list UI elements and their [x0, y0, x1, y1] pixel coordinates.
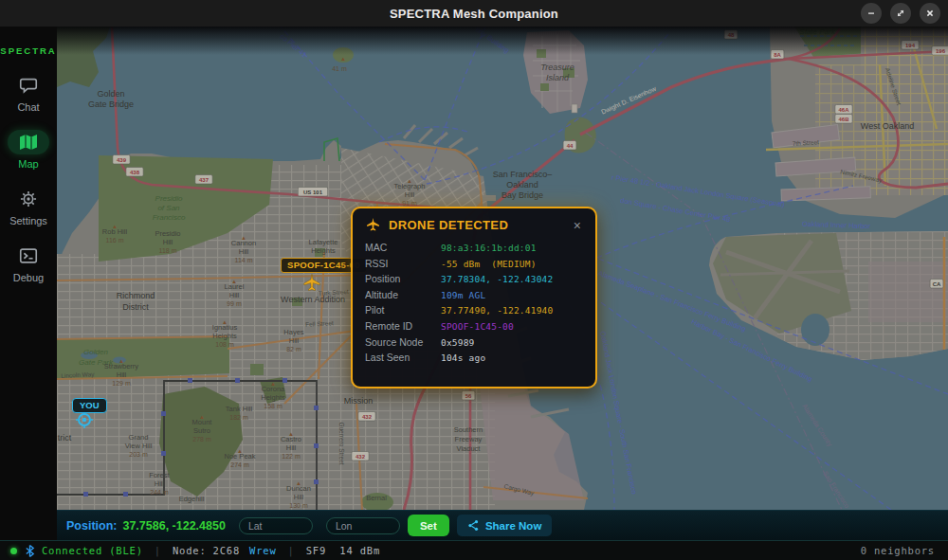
svg-text:Forest: Forest — [149, 471, 170, 479]
gear-icon — [18, 189, 39, 209]
popup-title: DRONE DETECTED — [389, 218, 564, 232]
svg-text:Oakland: Oakland — [506, 180, 538, 190]
radio-params: SF9 14 dBm — [306, 545, 380, 556]
svg-text:Presidio: Presidio — [155, 229, 180, 238]
svg-text:Bernal: Bernal — [366, 494, 387, 502]
svg-text:Hill: Hill — [405, 190, 415, 199]
svg-text:203 m: 203 m — [129, 451, 148, 458]
map-icon — [18, 133, 39, 152]
svg-text:82 m: 82 m — [286, 346, 301, 352]
svg-text:437: 437 — [199, 177, 210, 183]
svg-text:56: 56 — [465, 393, 472, 399]
svg-text:Hill: Hill — [163, 238, 173, 246]
svg-text:▲: ▲ — [118, 358, 124, 364]
svg-text:Golden: Golden — [83, 348, 108, 356]
share-now-label: Share Now — [485, 520, 541, 532]
svg-text:▲: ▲ — [340, 56, 346, 62]
svg-text:Richmond: Richmond — [117, 291, 155, 300]
svg-text:46B: 46B — [838, 117, 849, 122]
svg-text:▲: ▲ — [112, 224, 118, 229]
svg-text:Grand: Grand — [129, 433, 149, 442]
lon-input[interactable] — [326, 517, 400, 534]
popup-row-mac: MAC98:a3:16:1b:dd:01 — [365, 242, 583, 253]
popup-row-remote-id: Remote IDSPOOF-1C45-00 — [365, 320, 583, 332]
svg-text:Golden: Golden — [97, 89, 124, 99]
node-id: 2C68 — [213, 545, 241, 556]
svg-text:196: 196 — [936, 48, 946, 54]
popup-row-rssi: RSSI-55 dBm (MEDIUM) — [365, 258, 583, 269]
popup-close-icon[interactable]: × — [572, 219, 583, 232]
svg-text:Freeway: Freeway — [455, 435, 483, 443]
svg-text:Hill: Hill — [294, 493, 304, 501]
svg-text:Hayes: Hayes — [283, 328, 304, 336]
svg-text:Hill: Hill — [289, 336, 300, 345]
svg-text:122 m: 122 m — [282, 453, 301, 460]
svg-text:439: 439 — [117, 157, 127, 163]
svg-text:CA: CA — [933, 281, 941, 287]
sidebar-item-map[interactable]: Map — [8, 130, 49, 170]
set-button[interactable]: Set — [408, 515, 449, 536]
maximize-button[interactable] — [890, 3, 911, 24]
sidebar-item-label: Debug — [13, 272, 44, 283]
svg-text:Edgehill: Edgehill — [179, 495, 205, 503]
svg-text:Guerrero Street: Guerrero Street — [338, 422, 345, 464]
popup-row-altitude: Altitude109m AGL — [365, 289, 583, 300]
sidebar-item-label: Chat — [17, 101, 39, 113]
you-location-icon[interactable] — [75, 410, 94, 429]
separator: | — [288, 545, 295, 556]
bluetooth-icon — [25, 544, 35, 558]
title-bar[interactable]: SPECTRA Mesh Companion — [0, 0, 948, 27]
sidebar-item-label: Map — [18, 158, 38, 170]
position-bar: Position: 37.7586, -122.4850 Set Share N… — [57, 510, 948, 540]
svg-text:129 m: 129 m — [112, 380, 131, 387]
drone-plane-icon[interactable] — [301, 273, 322, 294]
svg-text:432: 432 — [356, 454, 366, 460]
position-label: Position: — [66, 519, 117, 533]
sidebar-item-debug[interactable]: Debug — [8, 244, 49, 283]
svg-text:Western Addition: Western Addition — [281, 295, 345, 304]
svg-text:Gate Bridge: Gate Bridge — [88, 99, 134, 109]
plane-icon — [365, 217, 381, 233]
svg-text:Hill: Hill — [117, 370, 127, 379]
svg-text:91 m: 91 m — [402, 200, 417, 207]
svg-text:8A: 8A — [774, 52, 781, 58]
share-now-button[interactable]: Share Now — [457, 515, 552, 536]
share-icon — [467, 519, 480, 532]
app-window: SPECTRA Mesh Companion — [0, 0, 948, 560]
svg-text:▲: ▲ — [407, 178, 412, 184]
sidebar-item-settings[interactable]: Settings — [8, 187, 49, 226]
connection-status-dot — [10, 548, 17, 554]
popup-row-source-node: Source Node0x5989 — [365, 336, 583, 348]
sidebar: SPECTRA Chat Map — [0, 27, 57, 540]
brand-logo: SPECTRA — [0, 45, 56, 56]
svg-text:432: 432 — [362, 414, 373, 420]
svg-text:Heights: Heights — [311, 246, 336, 255]
svg-text:194: 194 — [905, 43, 916, 48]
svg-text:Lafayette: Lafayette — [309, 238, 338, 246]
minimize-button[interactable] — [861, 3, 882, 24]
window-controls — [861, 3, 940, 24]
popup-row-pilot: Pilot37.77490, -122.41940 — [365, 304, 583, 316]
node-name: Wrew — [249, 545, 277, 556]
position-value: 37.7586, -122.4850 — [122, 519, 225, 533]
svg-text:West Oakland: West Oakland — [861, 121, 914, 131]
svg-text:▲: ▲ — [237, 448, 243, 454]
minimize-icon — [866, 9, 876, 18]
svg-text:Southern: Southern — [454, 425, 483, 434]
popup-header: DRONE DETECTED × — [365, 217, 583, 233]
you-marker-label[interactable]: YOU — [72, 398, 107, 413]
svg-text:▲: ▲ — [231, 279, 237, 284]
svg-text:View Hill: View Hill — [125, 442, 153, 450]
svg-text:116 m: 116 m — [106, 237, 124, 244]
svg-text:Hill: Hill — [229, 291, 240, 299]
lat-input[interactable] — [239, 517, 313, 534]
close-button[interactable] — [920, 3, 940, 24]
svg-text:438: 438 — [130, 170, 140, 175]
popup-row-position: Position37.78304, -122.43042 — [365, 273, 583, 284]
svg-text:Hill: Hill — [155, 479, 165, 488]
svg-text:Mission: Mission — [344, 396, 374, 406]
sidebar-item-chat[interactable]: Chat — [8, 73, 49, 113]
svg-text:▲: ▲ — [270, 381, 276, 387]
neighbors-count: 0 neighbors — [861, 545, 935, 556]
sidebar-item-label: Settings — [9, 215, 47, 226]
